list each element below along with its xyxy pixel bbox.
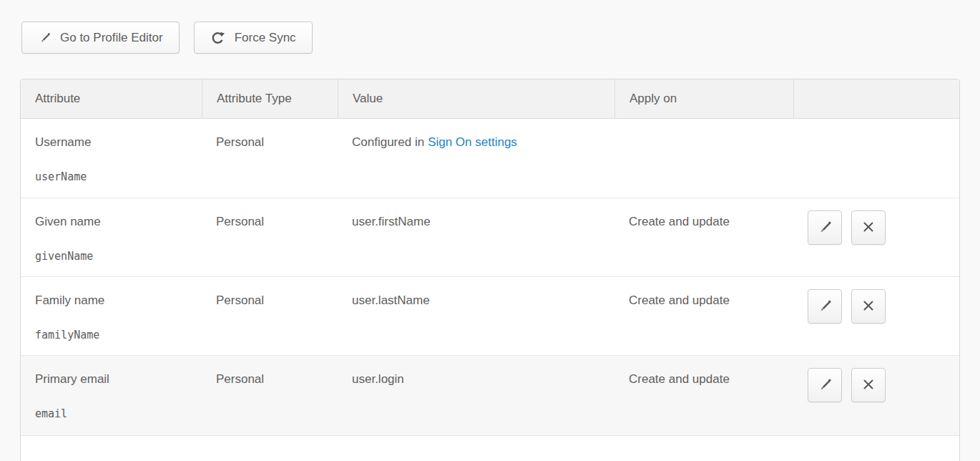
row-given-name: Given name givenName Personal user.first… <box>21 198 959 276</box>
force-sync-button[interactable]: Force Sync <box>194 21 313 54</box>
header-actions <box>793 79 959 118</box>
close-icon <box>861 299 876 315</box>
attribute-label: Primary email <box>35 372 109 386</box>
attribute-label: Given name <box>35 215 101 228</box>
pencil-icon <box>817 298 833 316</box>
force-sync-label: Force Sync <box>235 31 296 45</box>
value-cell: user.lastName <box>338 277 614 355</box>
attribute-cell: Username userName <box>21 119 202 198</box>
header-value: Value <box>338 79 614 118</box>
actions-cell <box>793 198 959 276</box>
apply-on-cell <box>614 119 793 198</box>
apply-on-cell: Create and update <box>614 356 793 435</box>
sign-on-settings-link[interactable]: Sign On settings <box>428 135 517 149</box>
pencil-icon <box>817 219 833 237</box>
value-cell: user.firstName <box>338 198 614 276</box>
attribute-cell: Given name givenName <box>21 198 202 276</box>
header-attribute-type: Attribute Type <box>202 79 338 118</box>
edit-attribute-button[interactable] <box>808 289 842 324</box>
go-to-profile-editor-label: Go to Profile Editor <box>60 31 163 45</box>
actions-cell <box>793 119 959 198</box>
attribute-mapping-table: Attribute Attribute Type Value Apply on … <box>20 79 960 461</box>
value-cell: Configured inSign On settings <box>338 119 614 198</box>
edit-attribute-button[interactable] <box>808 368 842 402</box>
actions-cell <box>793 356 959 435</box>
next-row-partial <box>21 435 959 461</box>
delete-attribute-button[interactable] <box>851 368 886 402</box>
pencil-icon <box>38 31 52 44</box>
close-icon <box>861 220 876 236</box>
value-cell: user.login <box>338 356 614 435</box>
attribute-label: Username <box>35 135 91 149</box>
go-to-profile-editor-button[interactable]: Go to Profile Editor <box>21 21 180 54</box>
edit-attribute-button[interactable] <box>808 210 842 245</box>
header-attribute: Attribute <box>21 79 202 118</box>
attribute-type-cell: Personal <box>202 356 338 435</box>
row-username: Username userName Personal Configured in… <box>21 119 959 198</box>
apply-on-cell: Create and update <box>614 198 793 276</box>
attribute-key: givenName <box>35 248 195 264</box>
attribute-type-cell: Personal <box>202 119 338 198</box>
attribute-key: familyName <box>35 327 195 343</box>
refresh-icon <box>210 30 226 46</box>
pencil-icon <box>817 377 833 394</box>
apply-on-cell: Create and update <box>614 277 793 355</box>
attribute-type-cell: Personal <box>202 277 338 355</box>
value-prefix: Configured in <box>352 135 424 149</box>
toolbar: Go to Profile Editor Force Sync <box>21 21 313 54</box>
attribute-cell: Family name familyName <box>21 277 202 355</box>
delete-attribute-button[interactable] <box>851 289 886 324</box>
close-icon <box>861 377 876 394</box>
table-header-row: Attribute Attribute Type Value Apply on <box>21 79 959 119</box>
header-apply-on: Apply on <box>614 79 793 118</box>
actions-cell <box>793 277 959 355</box>
row-family-name: Family name familyName Personal user.las… <box>21 276 959 355</box>
attribute-type-cell: Personal <box>202 198 338 276</box>
attribute-cell: Primary email email <box>21 356 202 435</box>
attribute-key: userName <box>35 169 195 185</box>
row-primary-email: Primary email email Personal user.login … <box>21 355 959 435</box>
attribute-key: email <box>35 406 195 422</box>
delete-attribute-button[interactable] <box>851 210 886 245</box>
attribute-label: Family name <box>35 293 104 307</box>
